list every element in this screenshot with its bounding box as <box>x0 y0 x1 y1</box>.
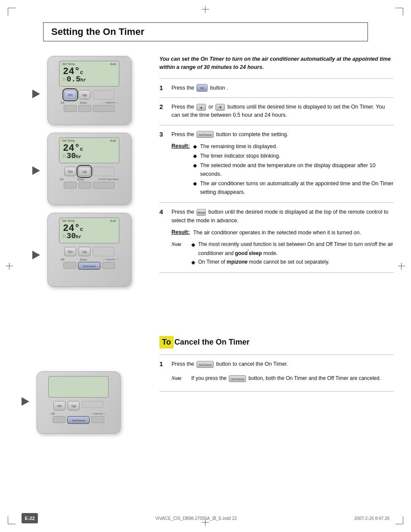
step-4-num: 4 <box>159 208 167 215</box>
up-button-r2[interactable]: Up <box>78 167 90 176</box>
on-button-r1[interactable]: On <box>64 90 76 100</box>
setcancel-btn-r3[interactable]: Set/Cancel <box>78 262 100 270</box>
on-btn-inline[interactable]: On <box>196 84 208 92</box>
remote-control-1: Set Temp. Auto □ 0.5hr 24°c On Up <box>47 56 131 125</box>
step-2-row: 2 Press the ▲ or ▼ buttons until the des… <box>159 103 394 120</box>
step4-result-text: The air conditioner operates in the sele… <box>193 228 361 237</box>
up-button-r1[interactable]: Up <box>78 90 90 100</box>
step4-note-bullet-1: ◆ The most recently used function is set… <box>191 240 394 257</box>
mode-btn-inline[interactable]: Mode <box>196 209 206 216</box>
page-badge: E-22 <box>22 513 38 523</box>
setcancel-btn-note[interactable]: Set/Cancel <box>229 375 246 382</box>
cross-mark-left <box>6 263 13 270</box>
placeholder-r3 <box>93 247 114 256</box>
up-button-r3[interactable]: Up <box>78 247 90 256</box>
corner-mark-bl <box>8 516 16 524</box>
placeholder-r1 <box>93 90 114 100</box>
btn-r4-2[interactable]: Up <box>68 401 80 411</box>
cancel-title-rest: Cancel the On Timer <box>174 338 250 347</box>
remote-image-4-wrap: On Up Off— mpizone — Set/Cancel <box>22 371 134 434</box>
corner-mark-br <box>395 516 403 524</box>
divider-3 <box>159 202 394 203</box>
remote-screen-2: Set Temp. Auto □ 30hr 24°c <box>59 137 119 163</box>
step3-result-content: ◆ The remaining time is displayed. ◆ The… <box>193 142 394 197</box>
cancel-note-row: Note If you press the Set/Cancel button,… <box>171 374 394 383</box>
right-column: You can set the On Timer to turn on the … <box>159 55 394 278</box>
cancel-title-bar: To Cancel the On Timer <box>159 336 394 348</box>
intro-text: You can set the On Timer to turn on the … <box>159 55 394 72</box>
remote3-temp: 24°c <box>63 223 83 234</box>
step-3-content: Press the Set/Cancel button to complete … <box>171 131 394 198</box>
cross-mark-right <box>398 263 405 270</box>
step-3-num: 3 <box>159 131 167 138</box>
remote-screen-4 <box>48 376 109 398</box>
corner-mark-tr <box>395 8 403 16</box>
cancel-section: To Cancel the On Timer 1 Press the Set/C… <box>159 336 394 397</box>
arrow-pointer-2 <box>32 166 40 175</box>
step3-bullet-4: ◆ The air conditioner turns on automatic… <box>193 179 394 196</box>
left-column: Set Temp. Auto □ 0.5hr 24°c On Up <box>22 56 156 295</box>
cancel-step-1-row: 1 Press the Set/Cancel button to cancel … <box>159 360 394 383</box>
remote2-temp: 24°c <box>63 143 83 154</box>
placeholder-r2 <box>93 167 114 176</box>
cancel-divider-top <box>159 355 394 355</box>
cancel-divider-bottom <box>159 391 394 392</box>
remote1-bottom-row: OffDown— mpizone — <box>48 101 131 104</box>
cross-mark-top <box>202 6 209 13</box>
page-number: E-22 <box>25 516 34 521</box>
arrow-pointer-1 <box>32 90 40 98</box>
setcancel-btn-cancel[interactable]: Set/Cancel <box>196 361 214 368</box>
remote-screen-1: Set Temp. Auto □ 0.5hr 24°c <box>59 61 119 87</box>
divider-2 <box>159 125 394 125</box>
on-button-r3[interactable]: On <box>64 247 76 256</box>
cancel-step1-text-after: button to cancel the On Timer. <box>216 361 288 367</box>
step1-text-before: Press the <box>171 85 194 91</box>
page-title: Setting the On Timer <box>51 26 360 37</box>
step3-bullet-1: ◆ The remaining time is displayed. <box>193 142 394 151</box>
setcancel-btn-r4[interactable]: Set/Cancel <box>67 416 90 424</box>
step-1-num: 1 <box>159 84 167 91</box>
step-1-row: 1 Press the On button . <box>159 84 394 92</box>
cancel-title-accent: To <box>159 336 174 348</box>
up-btn-inline[interactable]: ▲ <box>196 104 206 111</box>
remote-image-3: Set Temp. Auto □ 30hr 24°c On Up <box>22 213 156 287</box>
remote-control-3: Set Temp. Auto □ 30hr 24°c On Up <box>47 213 131 287</box>
step4-text-before: Press the <box>171 209 196 215</box>
setcancel-btn-inline-s3[interactable]: Set/Cancel <box>196 131 214 138</box>
step4-note-row: Note ◆ The most recently used function i… <box>171 240 394 267</box>
cancel-step-1-num: 1 <box>159 360 167 367</box>
divider-4 <box>159 272 394 273</box>
step-2-num: 2 <box>159 103 167 110</box>
step-4-row: 4 Press the Mode button until the desire… <box>159 208 394 267</box>
footer-date: 2007-2-26 8:47:26 <box>354 516 389 521</box>
remote1-temp: 24°c <box>63 66 83 77</box>
remote4-bottom-row: Off— mpizone — <box>37 412 120 415</box>
step3-text-after: button to complete the setting. <box>216 131 288 137</box>
cancel-note-label: Note <box>171 374 187 383</box>
step4-note-label: Note <box>171 240 187 249</box>
divider-0 <box>159 78 394 79</box>
cancel-step1-text-before: Press the <box>171 361 196 367</box>
step-4-content: Press the Mode button until the desired … <box>171 208 394 267</box>
page: Setting the On Timer Set Temp. Auto □ 0.… <box>0 0 411 532</box>
on-button-r2[interactable]: On <box>64 167 76 176</box>
remote-screen-3: Set Temp. Auto □ 30hr 24°c <box>59 218 119 243</box>
step3-bullet-3: ◆ The selected mode and the temperature … <box>193 161 394 178</box>
dn-btn-inline[interactable]: ▼ <box>215 104 225 111</box>
corner-mark-tl <box>8 8 16 16</box>
step4-result-row: Result: The air conditioner operates in … <box>171 228 394 237</box>
cancel-step-1-content: Press the Set/Cancel button to cancel th… <box>171 360 394 383</box>
remote-control-4: On Up Off— mpizone — Set/Cancel <box>37 371 121 434</box>
step-3-row: 3 Press the Set/Cancel button to complet… <box>159 131 394 198</box>
remote3-bottom-row: OffDown— mpizone — <box>48 258 131 261</box>
divider-1 <box>159 97 394 98</box>
title-box: Setting the On Timer <box>43 22 368 41</box>
arrow-pointer-3 <box>32 251 40 259</box>
btn-r4-1[interactable]: On <box>53 401 65 411</box>
step4-note-bullet-2: ◆ On Timer of mpizone mode cannot be set… <box>191 258 394 266</box>
step4-note-content: ◆ The most recently used function is set… <box>191 240 394 267</box>
remote-image-2: Set Temp. Auto □ 30hr 24°c On Up <box>22 133 156 205</box>
step3-result-label: Result: <box>171 142 190 150</box>
step-2-content: Press the ▲ or ▼ buttons until the desir… <box>171 103 394 120</box>
step2-text-or: or <box>209 104 215 110</box>
